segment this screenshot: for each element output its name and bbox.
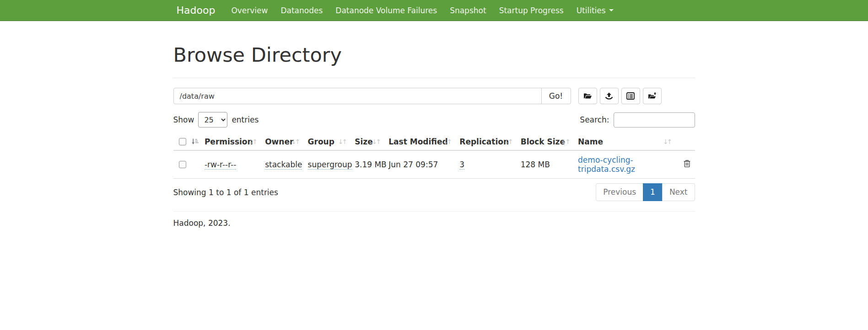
owner-cell: stackable xyxy=(265,150,307,179)
nav-datanodes[interactable]: Datanodes xyxy=(274,0,329,21)
column-header-block-size[interactable]: Block Size ↓↑ xyxy=(521,133,578,150)
column-header-replication[interactable]: Replication ↓↑ xyxy=(459,133,520,150)
table-search-input[interactable] xyxy=(614,112,695,128)
sort-icon: ↓↑ xyxy=(504,138,513,145)
page-title: Browse Directory xyxy=(173,44,695,66)
actions-cell xyxy=(679,150,695,179)
top-navbar: Hadoop Overview Datanodes Datanode Volum… xyxy=(0,0,868,21)
pagination-next[interactable]: Next xyxy=(662,183,695,201)
footer-text: Hadoop, 2023. xyxy=(173,218,695,241)
folder-arrow-up-icon xyxy=(648,92,657,100)
owner-trigger[interactable]: stackable xyxy=(265,160,302,170)
sort-icon: ↓↑ xyxy=(663,138,672,145)
nav-datanode-volume-failures[interactable]: Datanode Volume Failures xyxy=(329,0,443,21)
column-header-owner[interactable]: Owner ↓↑ xyxy=(265,133,307,150)
file-toolbar xyxy=(578,88,662,104)
trash-icon xyxy=(683,160,691,168)
upload-icon xyxy=(605,92,613,100)
permission-cell: -rw-r--r-- xyxy=(205,150,265,179)
column-header-permission[interactable]: Permission ↓↑ xyxy=(205,133,265,150)
page-size-select[interactable]: 25 xyxy=(198,112,227,128)
path-row: Go! xyxy=(173,88,695,104)
nav-snapshot[interactable]: Snapshot xyxy=(443,0,492,21)
search-box: Search: xyxy=(580,112,695,128)
create-directory-button[interactable] xyxy=(578,88,597,104)
column-header-group[interactable]: Group ↓↑ xyxy=(308,133,355,150)
chevron-down-icon xyxy=(609,9,614,11)
column-header-actions xyxy=(679,133,695,150)
sort-icon: ↓↑ xyxy=(248,138,258,145)
header-divider xyxy=(173,78,695,78)
show-label: Show xyxy=(173,115,194,124)
column-header-select[interactable] xyxy=(173,133,205,150)
sort-icon: ↓↑ xyxy=(561,138,571,145)
replication-trigger[interactable]: 3 xyxy=(459,160,464,170)
path-input-group: Go! xyxy=(173,88,571,104)
name-cell: demo-cycling-tripdata.csv.gz xyxy=(578,150,679,179)
table-controls: Show 25 entries Search: xyxy=(173,112,695,128)
size-cell: 3.19 MB xyxy=(355,150,388,179)
column-header-last-modified[interactable]: Last Modified ↓↑ xyxy=(388,133,459,150)
upload-file-button[interactable] xyxy=(600,88,619,104)
folder-open-icon xyxy=(583,92,592,100)
sort-icon: ↓↑ xyxy=(372,138,381,145)
row-checkbox[interactable] xyxy=(179,161,186,168)
nav-utilities-label: Utilities xyxy=(577,6,606,15)
column-label: Permission xyxy=(205,137,253,146)
column-label: Name xyxy=(578,137,603,146)
sort-icon: ↓↑ xyxy=(291,138,300,145)
main-container: Browse Directory Go! xyxy=(167,44,702,241)
delete-file-button[interactable] xyxy=(683,160,691,168)
group-cell: supergroup xyxy=(308,150,355,179)
brand-hadoop[interactable]: Hadoop xyxy=(173,5,219,16)
entries-label: entries xyxy=(232,115,259,124)
column-label: Replication xyxy=(459,137,509,146)
permission-trigger[interactable]: -rw-r--r-- xyxy=(205,160,237,170)
file-link[interactable]: demo-cycling-tripdata.csv.gz xyxy=(578,155,635,174)
table-footer: Showing 1 to 1 of 1 entries Previous 1 N… xyxy=(173,183,695,201)
column-label: Block Size xyxy=(521,137,565,146)
directory-path-input[interactable] xyxy=(173,88,542,104)
show-entries: Show 25 entries xyxy=(173,112,259,128)
table-row: -rw-r--r-- stackable supergroup 3.19 MB … xyxy=(173,150,695,179)
nav-utilities[interactable]: Utilities xyxy=(570,0,620,21)
list-view-button[interactable] xyxy=(621,88,640,104)
footer-divider xyxy=(173,211,695,212)
column-header-name[interactable]: Name ↓↑ xyxy=(578,133,679,150)
search-label: Search: xyxy=(580,115,609,124)
sort-icon: ↓↑ xyxy=(338,138,347,145)
file-table: Permission ↓↑ Owner ↓↑ Group ↓↑ Size ↓↑ … xyxy=(173,133,695,179)
list-alt-icon xyxy=(626,92,635,100)
sort-amount-icon xyxy=(191,138,199,145)
select-cell xyxy=(173,150,205,179)
column-header-size[interactable]: Size ↓↑ xyxy=(355,133,388,150)
table-header-row: Permission ↓↑ Owner ↓↑ Group ↓↑ Size ↓↑ … xyxy=(173,133,695,150)
pagination-previous[interactable]: Previous xyxy=(596,183,643,201)
column-label: Owner xyxy=(265,137,293,146)
column-label: Last Modified xyxy=(388,137,447,146)
sort-icon: ↓↑ xyxy=(443,138,452,145)
block-size-cell: 128 MB xyxy=(521,150,578,179)
entries-info: Showing 1 to 1 of 1 entries xyxy=(173,188,278,197)
nav-startup-progress[interactable]: Startup Progress xyxy=(493,0,570,21)
select-all-checkbox[interactable] xyxy=(179,138,186,145)
pagination: Previous 1 Next xyxy=(596,183,695,201)
last-modified-cell: Jun 27 09:57 xyxy=(388,150,459,179)
column-label: Group xyxy=(308,137,334,146)
nav-overview[interactable]: Overview xyxy=(225,0,274,21)
replication-cell: 3 xyxy=(459,150,520,179)
go-button[interactable]: Go! xyxy=(541,88,571,104)
column-label: Size xyxy=(355,137,373,146)
pagination-page-1[interactable]: 1 xyxy=(643,183,663,201)
group-trigger[interactable]: supergroup xyxy=(308,160,352,170)
navbar-inner: Hadoop Overview Datanodes Datanode Volum… xyxy=(167,0,702,21)
move-selected-button[interactable] xyxy=(643,88,662,104)
